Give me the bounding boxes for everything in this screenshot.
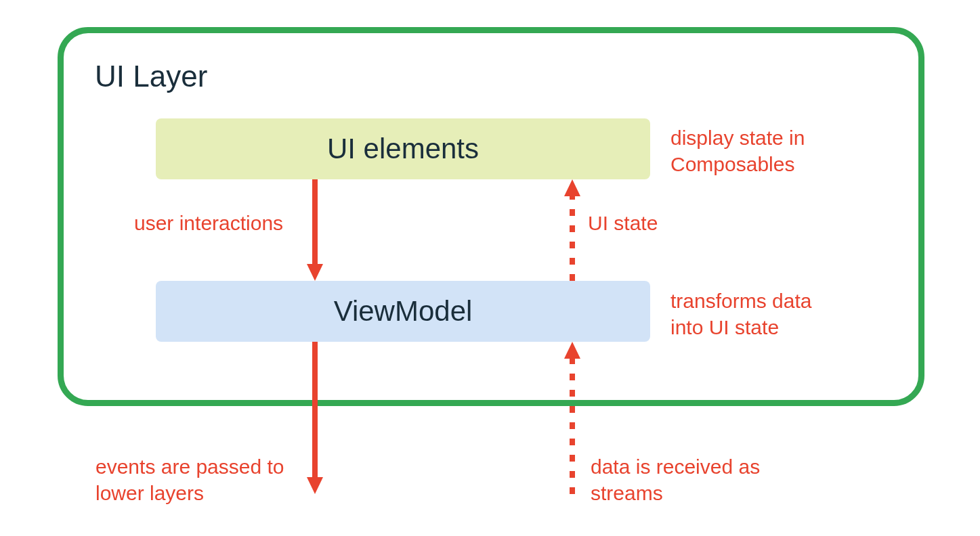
svg-marker-7 — [564, 342, 580, 359]
box-ui-elements-label: UI elements — [327, 133, 479, 165]
arrow-user-interactions — [305, 179, 325, 281]
annotation-data-received: data is received asstreams — [591, 453, 760, 506]
arrow-data-in — [562, 342, 582, 494]
annotation-transforms: transforms datainto UI state — [670, 288, 811, 340]
svg-marker-3 — [307, 477, 323, 494]
annotation-events: events are passed tolower layers — [95, 453, 284, 506]
annotation-display-state: display state inComposables — [670, 125, 805, 177]
box-viewmodel-label: ViewModel — [334, 295, 473, 328]
annotation-user-interactions: user interactions — [134, 210, 283, 236]
svg-marker-5 — [564, 179, 580, 196]
annotation-ui-state: UI state — [588, 210, 658, 236]
arrow-ui-state — [562, 179, 582, 281]
layer-title: UI Layer — [95, 60, 207, 93]
box-ui-elements: UI elements — [156, 118, 650, 179]
svg-marker-1 — [307, 264, 323, 281]
box-viewmodel: ViewModel — [156, 281, 650, 342]
arrow-events-out — [305, 342, 325, 494]
